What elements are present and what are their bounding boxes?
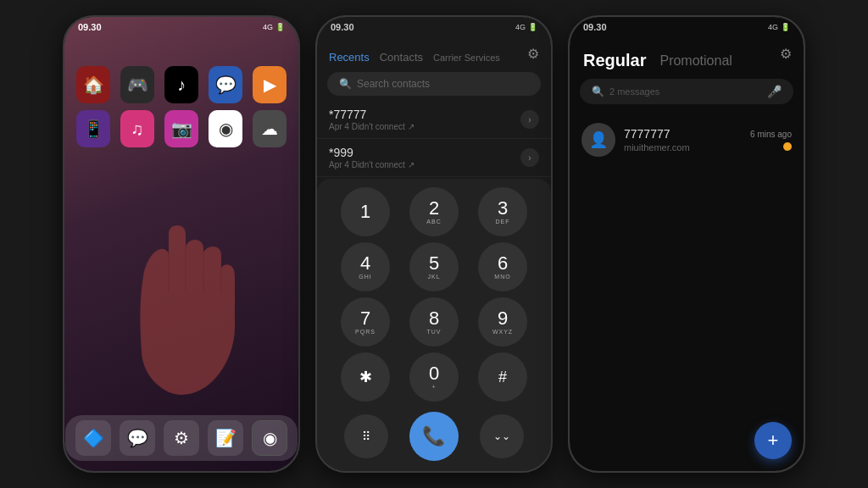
tab-contacts[interactable]: Contacts [380,51,423,64]
dock-settings-icon[interactable]: ⚙ [164,420,199,456]
tiktok-app-icon[interactable]: ♪ [164,66,198,103]
msg-name-0: 7777777 [624,127,742,141]
dialpad-bottom: ⠿ 📞 ⌄⌄ [334,408,534,464]
status-time-2: 09.30 [331,22,354,32]
dial-more-button[interactable]: ⌄⌄ [480,414,524,458]
hand-silhouette [126,217,236,403]
recent-item-1[interactable]: *999 Apr 4 Didn't connect ↗ › [317,139,551,177]
mic-icon[interactable]: 🎤 [767,85,782,98]
battery-icon-2: 🔋 [528,23,537,31]
signal-text-2: 4G [515,23,526,31]
dial-call-button[interactable]: 📞 [409,412,459,461]
chrome-app-icon[interactable]: ◉ [209,110,242,147]
message-app-icon[interactable]: 💬 [209,66,242,103]
msg-search-icon: 🔍 [592,86,604,97]
tab-regular[interactable]: Regular [583,51,646,70]
recent-item-0[interactable]: *77777 Apr 4 Didn't connect ↗ › [317,101,551,139]
vlc-app-icon[interactable]: ▶ [253,66,287,103]
msg-search-placeholder: 2 messages [609,86,659,97]
recent-detail-0: Apr 4 Didn't connect ↗ [329,122,415,131]
dial-key-3[interactable]: 3DEF [478,187,527,236]
msg-search-bar[interactable]: 🔍 2 messages 🎤 [580,79,793,104]
dock-app1-icon[interactable]: 🔷 [75,420,111,456]
status-bar-2: 09.30 4G 🔋 [317,17,551,34]
dialpad-grid: 1 2ABC 3DEF 4GHI 5JKL 6MNO 7PQRS 8TUV 9W… [334,187,534,402]
phone-3: 09.30 4G 🔋 ⚙ Regular Promotional 🔍 2 mes… [568,15,805,473]
dialer-settings-icon[interactable]: ⚙ [527,46,539,62]
status-icons-1: 4G 🔋 [263,23,285,31]
status-icons-2: 4G 🔋 [515,23,537,31]
cloud-app-icon[interactable]: ☁ [253,110,287,147]
tab-carrier[interactable]: Carrier Services [433,53,500,63]
app-row-1: 🏠 🎮 ♪ 💬 ▶ [76,66,287,103]
msg-time-0: 6 mins ago [750,130,792,139]
battery-icon-1: 🔋 [275,23,285,31]
game-app-icon[interactable]: 🎮 [120,66,154,103]
camera-app-icon[interactable]: 📷 [164,110,198,147]
dial-key-7[interactable]: 7PQRS [341,297,390,347]
signal-text-3: 4G [768,23,778,31]
search-icon: 🔍 [339,78,352,90]
dock-app5-icon[interactable]: ◉ [252,420,287,456]
dial-key-0[interactable]: 0+ [409,352,459,402]
recent-arrow-0[interactable]: › [520,110,539,129]
status-bar-3: 09.30 4G 🔋 [570,17,804,34]
dial-key-6[interactable]: 6MNO [478,242,527,291]
recent-detail-1: Apr 4 Didn't connect ↗ [329,160,415,169]
search-bar[interactable]: 🔍 Search contacts [327,72,541,96]
home-app-icon[interactable]: 🏠 [76,66,110,103]
msg-settings-icon[interactable]: ⚙ [780,46,792,62]
recent-arrow-1[interactable]: › [520,148,539,167]
msg-avatar-0: 👤 [581,123,615,157]
status-time-3: 09.30 [583,22,607,32]
recent-list: *77777 Apr 4 Didn't connect ↗ › *999 Apr… [317,101,551,179]
dial-key-4[interactable]: 4GHI [341,242,390,291]
phone-1: 09.30 4G 🔋 🏠 🎮 ♪ 💬 ▶ 📱 ♫ 📷 [63,15,300,473]
tab-promotional[interactable]: Promotional [659,53,732,69]
phone-2: 09.30 4G 🔋 ⚙ Recents Contacts Carrier Se… [315,15,553,473]
dial-key-hash[interactable]: # [478,352,527,402]
app-grid-1: 🏠 🎮 ♪ 💬 ▶ 📱 ♫ 📷 ◉ ☁ [64,59,298,154]
msg-sub-0: miuithemer.com [624,142,742,152]
dock-1: 🔷 💬 ⚙ 📝 ◉ [65,415,298,461]
music-app-icon[interactable]: ♫ [120,110,154,147]
dial-key-star[interactable]: ✱ [341,352,390,402]
signal-text-1: 4G [263,23,273,31]
tab-recents[interactable]: Recents [329,51,370,64]
dial-key-5[interactable]: 5JKL [409,242,459,291]
dial-key-9[interactable]: 9WXYZ [478,297,527,347]
dial-key-1[interactable]: 1 [341,187,390,236]
dialpad-container: 1 2ABC 3DEF 4GHI 5JKL 6MNO 7PQRS 8TUV 9W… [317,179,551,471]
phone-app-icon[interactable]: 📱 [76,110,110,147]
compose-fab[interactable]: + [754,422,792,459]
dial-key-8[interactable]: 8TUV [409,297,459,347]
msg-item-0[interactable]: 👤 7777777 miuithemer.com 6 mins ago [570,114,804,165]
recent-number-0: *77777 [329,108,415,121]
status-time-1: 09.30 [78,22,102,32]
dial-apps-button[interactable]: ⠿ [344,414,388,458]
status-icons-3: 4G 🔋 [768,23,790,31]
dock-app2-icon[interactable]: 💬 [120,420,155,456]
msg-dot-0 [783,142,792,151]
app-row-2: 📱 ♫ 📷 ◉ ☁ [76,110,287,147]
status-bar-1: 09.30 4G 🔋 [64,17,298,34]
dock-notes-icon[interactable]: 📝 [208,420,243,456]
fab-icon: + [768,430,779,452]
dial-key-2[interactable]: 2ABC [409,187,459,236]
search-placeholder: Search contacts [357,78,430,90]
recent-number-1: *999 [329,146,415,159]
battery-icon-3: 🔋 [781,23,790,31]
msg-list: 👤 7777777 miuithemer.com 6 mins ago [570,111,804,471]
